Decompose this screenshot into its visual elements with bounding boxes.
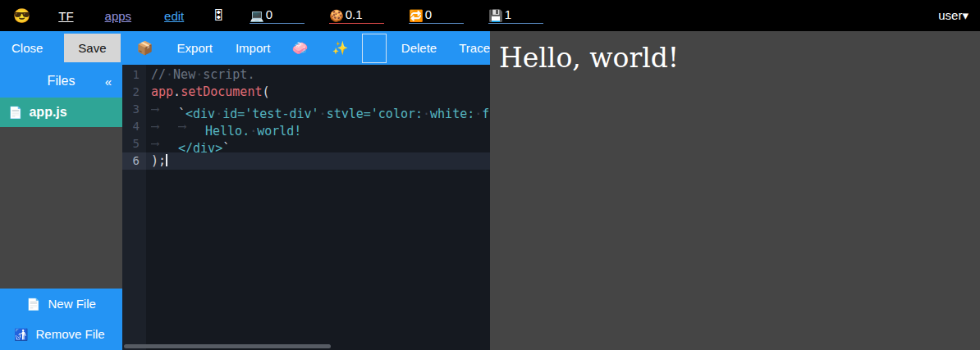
code-token: app — [151, 84, 173, 99]
cookie-icon: 🍪 — [329, 10, 343, 21]
code-token: ` — [178, 107, 185, 118]
line-number: 6 — [122, 152, 146, 170]
code-row: 2app.setDocument( — [122, 84, 490, 101]
code-token: ( — [262, 84, 269, 99]
code-row: 5⟶</div>` — [122, 135, 490, 152]
nav-link-edit[interactable]: edit — [164, 9, 184, 23]
code-row: 3⟶`<div·id='test-div'·style='color:·whit… — [122, 101, 490, 118]
space-whitespace-marker: · — [166, 67, 173, 82]
code-line[interactable]: ⟶</div>` — [146, 135, 490, 152]
repeat-stat-field[interactable]: 🔁 0 — [409, 7, 464, 24]
space-whitespace-marker: · — [319, 107, 327, 118]
sparkles-icon[interactable]: ✨ — [332, 40, 348, 56]
repeat-stat-value: 0 — [425, 7, 432, 21]
top-bar: 😎 TF apps edit 🎛 💻 0 🍪 0.1 🔁 0 💾 1 user▾ — [0, 0, 980, 31]
new-file-label: New File — [48, 297, 95, 311]
code-token: id='test-div' — [222, 107, 318, 118]
document-icon: 📄 — [8, 106, 22, 119]
collapse-panel-icon[interactable]: « — [105, 65, 112, 98]
code-editor[interactable]: 1//·New·script.2app.setDocument(3⟶`<div·… — [122, 65, 490, 350]
code-token: Hello, — [205, 124, 250, 135]
nav-link-tf[interactable]: TF — [58, 9, 73, 23]
preview-hello-text: Hello, world! — [499, 42, 980, 74]
space-whitespace-marker: · — [215, 107, 222, 118]
line-number: 1 — [122, 66, 146, 84]
code-token: style='color: — [327, 107, 423, 118]
trace-button[interactable]: Trace — [459, 41, 490, 55]
laptop-icon: 💻 — [250, 10, 263, 21]
tab-whitespace-marker: ⟶ — [151, 101, 178, 118]
floppy-icon: 💾 — [488, 10, 502, 21]
code-row: 1//·New·script. — [122, 66, 490, 84]
code-token: ); — [151, 153, 166, 168]
repeat-icon: 🔁 — [409, 10, 423, 21]
new-file-icon: 📄 — [26, 298, 40, 311]
line-number: 4 — [122, 118, 146, 135]
code-token: ` — [222, 141, 230, 152]
remove-file-label: Remove File — [35, 327, 104, 341]
code-token: white; — [430, 107, 474, 118]
files-panel-title: Files — [48, 74, 76, 89]
delete-button[interactable]: Delete — [401, 41, 437, 55]
file-item-appjs[interactable]: 📄 app.js — [0, 98, 122, 127]
laptop-stat-value: 0 — [266, 7, 272, 21]
code-token: script. — [203, 67, 254, 82]
space-whitespace-marker: · — [195, 67, 203, 82]
cookie-stat-field[interactable]: 🍪 0.1 — [329, 7, 384, 24]
files-panel-header: Files « — [0, 65, 122, 98]
code-token: . — [173, 84, 181, 99]
editor-toolbar: Close Save 📦 Export Import 🧼 ✨ Delete Tr… — [0, 31, 490, 65]
user-menu[interactable]: user▾ — [938, 8, 969, 23]
file-list-empty-area — [0, 127, 122, 289]
new-file-button[interactable]: 📄 New File — [0, 289, 122, 319]
code-token: </div> — [178, 141, 222, 152]
preview-pane: Hello, world! — [490, 31, 980, 350]
code-lines: 1//·New·script.2app.setDocument(3⟶`<div·… — [122, 65, 490, 170]
remove-file-button[interactable]: 🚮 Remove File — [0, 319, 122, 349]
code-line[interactable]: ⟶⟶Hello,·world! — [146, 118, 490, 135]
code-row: 6); — [122, 152, 490, 170]
space-whitespace-marker: · — [250, 124, 257, 135]
space-whitespace-marker: · — [423, 107, 430, 118]
code-token: setDocument — [181, 84, 262, 99]
space-whitespace-marker: · — [474, 107, 482, 118]
package-icon[interactable]: 📦 — [137, 40, 153, 56]
line-number: 5 — [122, 135, 146, 152]
code-token: f — [482, 107, 489, 118]
control-knobs-icon[interactable]: 🎛 — [212, 8, 225, 23]
close-button[interactable]: Close — [11, 41, 43, 55]
code-token: New — [173, 67, 195, 82]
tab-whitespace-marker: ⟶ — [178, 118, 205, 135]
code-line[interactable]: ⟶`<div·id='test-div'·style='color:·white… — [146, 101, 490, 118]
code-line[interactable]: //·New·script. — [146, 66, 490, 84]
code-line[interactable]: app.setDocument( — [146, 84, 490, 101]
tab-whitespace-marker: ⟶ — [151, 118, 178, 135]
cookie-stat-value: 0.1 — [346, 7, 363, 21]
code-token: <div — [185, 107, 215, 118]
line-number: 2 — [122, 84, 146, 101]
litter-bin-icon: 🚮 — [14, 328, 28, 341]
code-row: 4⟶⟶Hello,·world! — [122, 118, 490, 135]
file-item-label: app.js — [29, 105, 66, 120]
import-button[interactable]: Import — [236, 41, 271, 55]
laptop-stat-field[interactable]: 💻 0 — [250, 7, 305, 24]
horizontal-scrollbar-thumb[interactable] — [124, 344, 331, 348]
code-token: // — [151, 67, 166, 82]
smiley-logo-icon[interactable]: 😎 — [13, 7, 30, 25]
floppy-stat-value: 1 — [505, 7, 511, 21]
text-cursor — [166, 154, 167, 166]
soap-icon[interactable]: 🧼 — [291, 40, 308, 56]
sidebar-footer: 📄 New File 🚮 Remove File — [0, 289, 122, 350]
export-button[interactable]: Export — [177, 41, 213, 55]
tab-whitespace-marker: ⟶ — [151, 135, 178, 152]
code-token: world! — [257, 124, 301, 135]
floppy-stat-field[interactable]: 💾 1 — [488, 7, 543, 24]
line-number: 3 — [122, 101, 146, 118]
save-button[interactable]: Save — [64, 34, 120, 62]
blank-box-button[interactable] — [362, 34, 387, 63]
code-line[interactable]: ); — [146, 152, 490, 170]
nav-link-apps[interactable]: apps — [105, 9, 132, 23]
